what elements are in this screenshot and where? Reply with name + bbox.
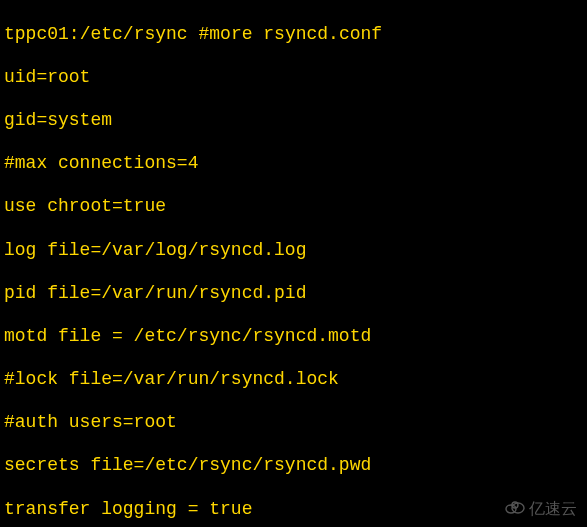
config-line: uid=root — [4, 67, 583, 89]
config-line: gid=system — [4, 110, 583, 132]
watermark: 亿速云 — [503, 499, 577, 519]
cloud-icon — [503, 499, 527, 519]
prompt-symbol: # — [198, 24, 209, 44]
config-line: #max connections=4 — [4, 153, 583, 175]
prompt-path: /etc/rsync — [80, 24, 188, 44]
config-line: use chroot=true — [4, 196, 583, 218]
prompt-host: tppc01 — [4, 24, 69, 44]
config-line: #lock file=/var/run/rsyncd.lock — [4, 369, 583, 391]
watermark-text: 亿速云 — [529, 499, 577, 518]
config-line: log file=/var/log/rsyncd.log — [4, 240, 583, 262]
command-text: more rsyncd.conf — [209, 24, 382, 44]
config-line: pid file=/var/run/rsyncd.pid — [4, 283, 583, 305]
prompt-line-1: tppc01:/etc/rsync #more rsyncd.conf — [4, 24, 583, 46]
terminal-output[interactable]: tppc01:/etc/rsync #more rsyncd.conf uid=… — [0, 0, 587, 527]
config-line: transfer logging = true — [4, 499, 583, 521]
config-line: #auth users=root — [4, 412, 583, 434]
config-line: motd file = /etc/rsync/rsyncd.motd — [4, 326, 583, 348]
config-line: secrets file=/etc/rsync/rsyncd.pwd — [4, 455, 583, 477]
